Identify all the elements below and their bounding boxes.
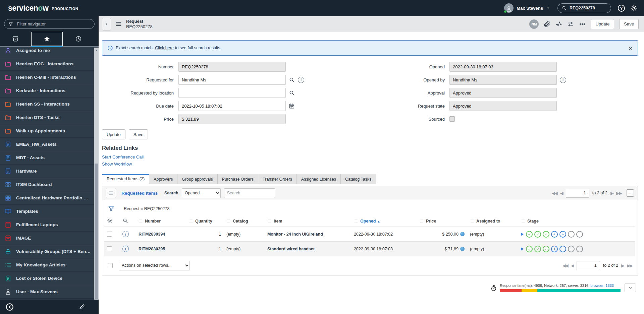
edit-favorites-pencil-icon[interactable] [79, 304, 85, 310]
opened-by-field[interactable] [449, 75, 557, 85]
column-header-opened[interactable]: Opened▲ [351, 216, 417, 227]
back-button[interactable] [102, 18, 111, 30]
banner-click-here-link[interactable]: Click here [155, 46, 174, 50]
opened-field[interactable] [449, 62, 557, 72]
preview-record-info-icon[interactable]: i [560, 77, 566, 83]
column-header-item[interactable]: Item [265, 216, 351, 227]
requested-for-field[interactable] [178, 75, 286, 85]
column-header-stage[interactable]: Stage [518, 216, 635, 227]
related-link-show-workflow[interactable]: Show Workflow [102, 162, 132, 167]
row-checkbox[interactable] [107, 232, 112, 237]
first-page-icon[interactable]: ◀◀ [562, 263, 568, 268]
form-context-menu-icon[interactable] [115, 20, 122, 27]
sidebar-item-kerkrade-interactions[interactable]: Kerkrade - Interactions [0, 84, 94, 98]
requested-by-location-field[interactable] [178, 88, 286, 98]
item-link[interactable]: Monitor - 24 inch UK/Ireland [267, 232, 323, 237]
column-menu-icon[interactable] [189, 219, 193, 223]
browser-time-link[interactable]: browser: 1333 [590, 284, 614, 288]
more-options-icon[interactable] [579, 21, 586, 27]
column-menu-icon[interactable] [267, 219, 272, 223]
stage-in-progress-icon[interactable] [551, 246, 558, 252]
tab-purchase-orders[interactable]: Purchase Orders [218, 174, 258, 184]
stage-pending-icon[interactable] [576, 246, 583, 252]
ritm-number-link[interactable]: RITM2830395 [139, 247, 165, 251]
next-page-icon[interactable]: ▶ [621, 263, 624, 268]
collapse-sidebar-icon[interactable] [5, 303, 14, 311]
row-preview-info-icon[interactable]: i [122, 231, 129, 237]
sourced-checkbox[interactable] [449, 116, 455, 122]
collapse-list-button[interactable]: − [627, 189, 634, 197]
stage-pending-icon[interactable] [568, 246, 575, 252]
user-menu[interactable]: Max Stevens [504, 3, 550, 13]
number-field[interactable] [178, 62, 286, 72]
list-search-input[interactable] [224, 188, 275, 198]
tab-group-approvals[interactable]: Group approvals [177, 174, 217, 184]
first-page-icon[interactable]: ◀◀ [552, 191, 557, 196]
tab-assigned-licenses[interactable]: Assigned Licenses [297, 174, 341, 184]
sidebar-item-heerlen-c-mill-interactions[interactable]: Heerlen C-Mill - Interactions [0, 71, 94, 84]
update-button-header[interactable]: Update [591, 19, 614, 29]
due-date-field[interactable] [178, 101, 286, 111]
magnifier-icon[interactable] [289, 90, 295, 96]
sidebar-item-vulnerability-groups-dts-ben[interactable]: Vulnerability Groups (DTS + Ben… [0, 245, 94, 258]
tab-approvers[interactable]: Approvers [149, 174, 177, 184]
sidebar-item-walk-up-appointments[interactable]: Walk-up Appointments [0, 124, 94, 138]
scrollbar-up-arrow[interactable]: ▲ [94, 48, 99, 52]
stage-start-icon[interactable] [521, 247, 524, 251]
column-header-assigned-to[interactable]: Assigned to [467, 216, 518, 227]
response-time-toggle-button[interactable] [625, 284, 636, 292]
stage-complete-icon[interactable] [526, 231, 533, 238]
servicenow-logo[interactable]: servicenow [8, 4, 48, 13]
sidebar-item-mdt-assets[interactable]: MDT - Assets [0, 151, 94, 165]
help-button[interactable]: ? [618, 5, 625, 12]
stage-complete-icon[interactable] [534, 231, 541, 238]
list-filter-funnel-icon[interactable] [108, 205, 114, 212]
column-menu-icon[interactable] [226, 219, 231, 223]
magnifier-icon[interactable] [289, 77, 295, 83]
search-column-select[interactable]: Opened [182, 188, 221, 198]
tab-catalog-tasks[interactable]: Catalog Tasks [341, 174, 376, 184]
tab-favorites[interactable] [31, 32, 63, 46]
column-menu-icon[interactable] [420, 219, 424, 223]
save-button-header[interactable]: Save [619, 19, 639, 29]
sidebar-item-heerlen-dts-tasks[interactable]: Heerlen DTS - Tasks [0, 111, 94, 124]
sidebar-item-centralized-hardware-portfolio[interactable]: Centralized Hardware Portfolio … [0, 191, 94, 205]
last-page-icon[interactable]: ▶▶ [616, 191, 622, 196]
column-menu-icon[interactable] [521, 219, 525, 223]
sidebar-item-itsm-dashboard[interactable]: ITSM Dashboard [0, 178, 94, 191]
stage-in-progress-icon[interactable] [559, 231, 566, 238]
row-preview-info-icon[interactable]: i [122, 246, 129, 252]
ritm-number-link[interactable]: RITM2830394 [139, 232, 165, 237]
sidebar-item-assigned-to-me[interactable]: Assigned to me [0, 47, 94, 57]
list-context-menu-button[interactable] [106, 188, 116, 198]
stage-pending-icon[interactable] [568, 231, 575, 238]
sidebar-item-heerlen-ss-interactions[interactable]: Heerlen SS - Interactions [0, 98, 94, 111]
column-menu-icon[interactable] [470, 219, 474, 223]
sidebar-scrollbar[interactable]: ▲ [94, 48, 99, 300]
column-header-catalog[interactable]: Catalog [224, 216, 265, 227]
list-settings-gear-icon[interactable] [107, 218, 113, 224]
tab-transfer-orders[interactable]: Transfer Orders [258, 174, 297, 184]
tab-requested-items-2[interactable]: Requested Items (2) [102, 174, 149, 184]
sidebar-item-templates[interactable]: Templates [0, 205, 94, 218]
sidebar-item-user-max-stevens[interactable]: User - Max Stevens [0, 285, 94, 299]
column-menu-icon[interactable] [354, 219, 358, 223]
column-search-icon[interactable] [122, 218, 128, 224]
sidebar-item-image[interactable]: IMAGE [0, 232, 94, 245]
sidebar-item-my-knowledge-articles[interactable]: My Knowledge Articles [0, 258, 94, 272]
row-checkbox[interactable] [107, 246, 112, 251]
stage-complete-icon[interactable] [526, 246, 533, 252]
breadcrumb-filter[interactable]: Request = REQ2250278 [124, 206, 170, 211]
column-header-price[interactable]: Price [417, 216, 467, 227]
save-button[interactable]: Save [129, 129, 148, 139]
settings-gear-icon[interactable] [630, 5, 637, 12]
stage-complete-icon[interactable] [543, 246, 549, 252]
request-state-field[interactable] [449, 101, 557, 111]
prev-page-icon[interactable]: ◀ [560, 191, 563, 196]
stage-complete-icon[interactable] [534, 246, 541, 252]
list-title-link[interactable]: Requested Items [121, 191, 158, 196]
column-header-number[interactable]: Number [136, 216, 186, 227]
item-link[interactable]: Standard wired headset [267, 247, 315, 251]
filter-navigator[interactable] [4, 19, 95, 29]
global-search[interactable] [557, 3, 611, 13]
